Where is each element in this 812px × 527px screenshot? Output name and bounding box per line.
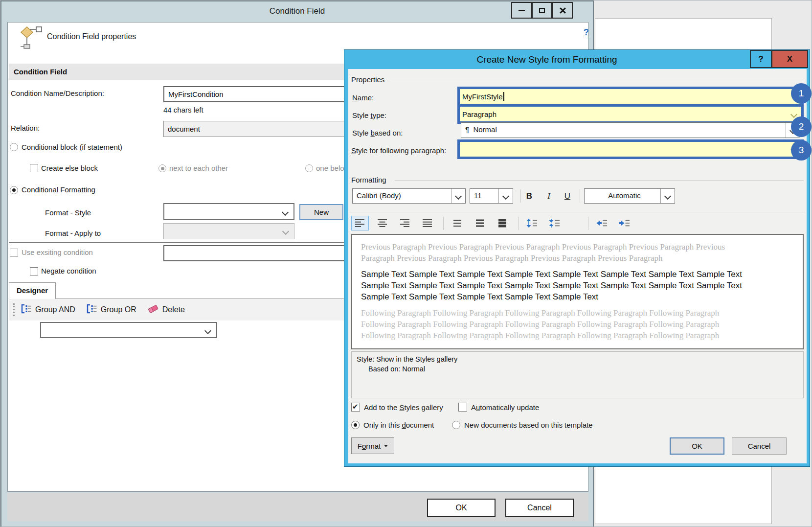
- chevron-down-icon: [282, 228, 289, 235]
- new-documents-radio[interactable]: [452, 421, 460, 429]
- dropdown-button[interactable]: [451, 189, 465, 203]
- tab-designer[interactable]: Designer: [9, 282, 56, 299]
- italic-button[interactable]: I: [541, 188, 556, 204]
- name-input[interactable]: MyFirstStyle: [462, 92, 504, 101]
- maximize-button[interactable]: [532, 2, 552, 19]
- increase-indent-button[interactable]: [616, 216, 633, 230]
- dropdown-button[interactable]: [660, 189, 675, 203]
- conditional-block-radio[interactable]: [10, 143, 18, 151]
- create-else-checkbox[interactable]: [30, 164, 38, 172]
- help-link[interactable]: ?: [575, 27, 589, 38]
- style-following-field-callout: [457, 139, 804, 159]
- format-style-label: Format - Style: [45, 208, 91, 217]
- create-else-label: Create else block: [41, 164, 98, 173]
- style-preview-box: Previous Paragraph Previous Paragraph Pr…: [351, 234, 804, 349]
- align-left-button[interactable]: [351, 216, 369, 230]
- align-center-button[interactable]: [374, 216, 391, 230]
- chevron-down-icon: [664, 193, 671, 200]
- format-menu-button[interactable]: Format: [351, 437, 394, 454]
- font-color-dropdown[interactable]: Automatic: [584, 188, 675, 204]
- group-line: [389, 80, 804, 80]
- font-family-value: Calibri (Body): [353, 189, 451, 203]
- chevron-down-icon: [282, 209, 289, 216]
- align-right-button[interactable]: [396, 216, 414, 230]
- add-to-gallery-label: Add to the Styles gallery: [364, 403, 443, 412]
- style-description-line1: Style: Show in the Styles gallery: [357, 355, 798, 363]
- style-based-on-dropdown[interactable]: ¶ Normal: [461, 122, 800, 138]
- underline-button[interactable]: U: [560, 188, 575, 204]
- increase-paragraph-spacing-button[interactable]: [523, 216, 541, 230]
- group-and-icon: [21, 304, 32, 316]
- style-description-box: Style: Show in the Styles gallery Based …: [351, 351, 804, 398]
- properties-group-label: Properties: [351, 75, 384, 84]
- font-color-value: Automatic: [585, 189, 660, 203]
- create-new-style-dialog: Create New Style from Formatting ? X Pro…: [344, 49, 810, 467]
- preview-sample-line: Sample Text Sample Text Sample Text Samp…: [361, 291, 794, 302]
- separator: [518, 217, 519, 230]
- delete-eraser-icon: [147, 304, 159, 316]
- font-size-dropdown[interactable]: 11: [470, 188, 513, 204]
- toolbar-grip[interactable]: [13, 303, 15, 316]
- use-existing-checkbox[interactable]: [10, 249, 18, 257]
- conditional-block-label: Conditional block (if statement): [22, 143, 122, 152]
- chars-left-text: 44 chars left: [163, 106, 203, 115]
- delete-button[interactable]: Delete: [147, 304, 185, 316]
- close-button[interactable]: [552, 2, 573, 19]
- separator: [588, 217, 588, 230]
- help-button[interactable]: ?: [750, 50, 772, 68]
- condition-field-icon: [20, 25, 44, 51]
- formatting-group-label: Formatting: [351, 176, 386, 184]
- use-existing-input[interactable]: [163, 245, 345, 261]
- bold-button[interactable]: B: [522, 188, 537, 204]
- format-apply-to-label: Format - Apply to: [45, 229, 101, 238]
- style-type-label: Style type:: [352, 111, 386, 120]
- callout-badge-1: 1: [791, 83, 812, 104]
- negate-checkbox[interactable]: [30, 267, 38, 275]
- minimize-icon: [519, 10, 525, 11]
- chevron-down-icon: [455, 193, 462, 200]
- preview-sample-line: Sample Text Sample Text Sample Text Samp…: [361, 280, 794, 291]
- new-documents-label: New documents based on this template: [464, 421, 593, 430]
- add-to-gallery-checkbox[interactable]: [351, 403, 360, 412]
- align-justify-button[interactable]: [419, 216, 436, 230]
- style-type-dropdown[interactable]: Paragraph: [462, 109, 496, 119]
- preview-previous-line: Paragraph Previous Paragraph Previous Pa…: [361, 252, 794, 264]
- cancel-button[interactable]: Cancel: [732, 437, 787, 455]
- window-title[interactable]: Condition Field: [1, 6, 593, 16]
- new-style-button[interactable]: New: [299, 204, 343, 220]
- chevron-down-icon: [502, 193, 509, 200]
- designer-condition-dropdown[interactable]: [40, 322, 217, 338]
- separator: [520, 189, 521, 203]
- decrease-indent-button[interactable]: [593, 216, 611, 230]
- auto-update-checkbox[interactable]: [458, 403, 467, 412]
- condition-name-input[interactable]: MyFirstCondition: [163, 86, 345, 102]
- next-to-each-other-label: next to each other: [169, 164, 228, 173]
- dropdown-button[interactable]: [498, 189, 513, 203]
- name-field-callout: MyFirstStyle: [457, 87, 804, 106]
- dialog-title[interactable]: Create New Style from Formatting: [344, 54, 749, 65]
- ok-button[interactable]: OK: [670, 437, 724, 455]
- font-size-value: 11: [470, 189, 498, 203]
- close-button[interactable]: X: [771, 50, 808, 68]
- relation-input: document: [163, 121, 345, 137]
- screen: Condition Field Condition Field properti…: [0, 0, 812, 527]
- preview-following-line: Following Paragraph Following Paragraph …: [361, 330, 794, 341]
- format-style-dropdown[interactable]: [163, 203, 294, 220]
- minimize-button[interactable]: [511, 2, 532, 19]
- use-existing-label: Use exsiting condition: [22, 248, 93, 257]
- group-line: [395, 180, 804, 181]
- line-spacing-2-button[interactable]: [494, 216, 511, 230]
- style-following-label: Style for following paragraph:: [351, 146, 446, 155]
- line-spacing-15-button[interactable]: [471, 216, 489, 230]
- ok-button[interactable]: OK: [427, 499, 496, 517]
- decrease-paragraph-spacing-button[interactable]: [546, 216, 564, 230]
- only-this-document-radio[interactable]: [351, 421, 360, 429]
- group-and-button[interactable]: Group AND: [21, 304, 75, 316]
- group-or-button[interactable]: Group OR: [86, 304, 136, 316]
- style-based-on-label: Style based on:: [352, 129, 403, 137]
- font-family-dropdown[interactable]: Calibri (Body): [352, 188, 466, 204]
- conditional-formatting-radio[interactable]: [10, 186, 18, 194]
- line-spacing-1-button[interactable]: [449, 216, 466, 230]
- cancel-button[interactable]: Cancel: [505, 499, 574, 517]
- group-or-icon: [86, 304, 97, 316]
